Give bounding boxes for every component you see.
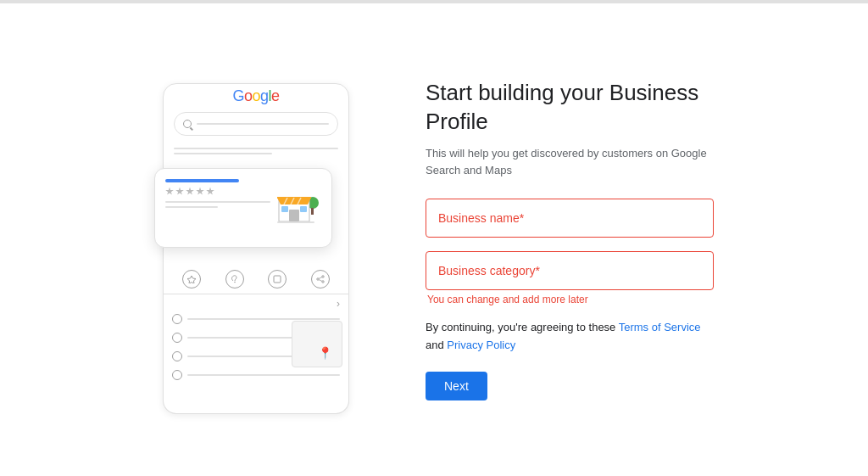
- action-icon-1: [182, 270, 201, 288]
- business-category-input[interactable]: [426, 251, 714, 290]
- location-icon: [172, 314, 182, 324]
- svg-rect-1: [311, 208, 314, 215]
- business-card-overlay: [154, 168, 332, 248]
- card-line-1: [165, 201, 270, 203]
- store-illustration: [270, 179, 321, 230]
- action-icon-3: [268, 270, 287, 288]
- svg-rect-9: [281, 206, 288, 212]
- terms-prefix: By continuing, you're agreeing to these: [426, 321, 619, 333]
- chevron-right: ›: [164, 298, 348, 310]
- star-rating: [165, 188, 270, 196]
- svg-marker-12: [187, 276, 196, 283]
- star-2: [175, 188, 184, 196]
- divider-line-2: [174, 153, 272, 154]
- web-icon: [172, 370, 182, 380]
- divider-lines: [164, 141, 348, 161]
- divider-line-1: [174, 148, 338, 149]
- hours-icon: [172, 333, 182, 343]
- action-icon-4: [311, 270, 330, 288]
- google-logo: Google: [164, 84, 348, 107]
- svg-point-16: [322, 275, 324, 277]
- card-store-name-bar: [165, 179, 239, 182]
- star-3: [186, 188, 194, 196]
- form-subtitle: This will help you get discovered by cus…: [426, 145, 714, 178]
- card-top: [165, 179, 321, 230]
- terms-and: and: [426, 339, 447, 351]
- business-name-field: [426, 199, 714, 238]
- privacy-policy-link[interactable]: Privacy Policy: [447, 339, 515, 351]
- search-placeholder-line: [197, 123, 329, 125]
- info-row-web: [164, 366, 348, 384]
- action-icons-row: [164, 261, 348, 294]
- terms-of-service-link[interactable]: Terms of Service: [619, 321, 701, 333]
- action-icon-2: [225, 270, 244, 288]
- business-name-input[interactable]: [426, 199, 714, 238]
- svg-point-15: [317, 277, 319, 279]
- svg-rect-10: [300, 206, 307, 212]
- form-title: Start building your Business Profile: [426, 79, 714, 137]
- illustration: Google: [154, 58, 358, 423]
- store-svg: [270, 179, 321, 230]
- card-left: [165, 179, 270, 211]
- phone-icon: [172, 351, 182, 361]
- category-hint: You can change and add more later: [426, 294, 714, 305]
- svg-line-18: [319, 277, 322, 278]
- location-line: [187, 318, 340, 320]
- star-4: [196, 188, 204, 196]
- svg-line-19: [319, 279, 322, 281]
- form-section: Start building your Business Profile Thi…: [426, 79, 714, 400]
- svg-rect-8: [289, 210, 299, 221]
- star-5: [206, 188, 214, 196]
- map-pin: 📍: [318, 346, 332, 360]
- phone-search-icon: [183, 120, 192, 128]
- svg-point-13: [234, 281, 236, 283]
- map-placeholder: [292, 321, 342, 367]
- business-category-field: You can change and add more later: [426, 251, 714, 305]
- terms-paragraph: By continuing, you're agreeing to these …: [426, 319, 714, 355]
- card-line-2: [165, 206, 218, 208]
- svg-rect-14: [274, 276, 281, 283]
- svg-point-17: [322, 280, 324, 282]
- star-1: [165, 188, 174, 196]
- web-line: [187, 374, 340, 376]
- next-button[interactable]: Next: [426, 372, 487, 400]
- main-container: Google: [0, 3, 868, 476]
- phone-search-bar: [174, 112, 338, 136]
- svg-rect-11: [277, 221, 314, 223]
